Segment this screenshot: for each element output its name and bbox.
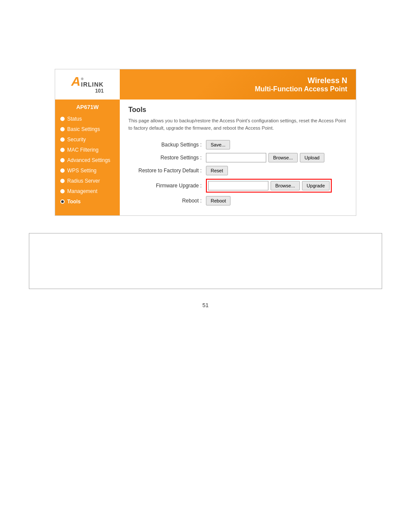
bullet-advanced-settings bbox=[60, 158, 65, 162]
factory-controls: Reset bbox=[206, 166, 228, 175]
bullet-mac-filtering bbox=[60, 148, 65, 152]
backup-label: Backup Settings : bbox=[128, 142, 206, 148]
sidebar-item-tools[interactable]: Tools bbox=[55, 196, 120, 207]
reboot-button[interactable]: Reboot bbox=[206, 196, 230, 205]
sidebar-item-radius-server[interactable]: Radius Server bbox=[55, 176, 120, 186]
firmware-highlight-box: Browse... Upgrade bbox=[206, 179, 332, 193]
header-title-line1: Wireless N bbox=[120, 76, 347, 85]
backup-controls: Save... bbox=[206, 140, 230, 149]
logo-registered: ® bbox=[81, 77, 104, 81]
router-panel: A ® IRLINK 101 Wireless N Multi-Function… bbox=[55, 69, 356, 216]
firmware-browse-button[interactable]: Browse... bbox=[271, 181, 300, 190]
reboot-row: Reboot : Reboot bbox=[128, 196, 347, 205]
firmware-label: Firmware Upgrade : bbox=[128, 183, 206, 189]
sidebar-model: AP671W bbox=[55, 102, 120, 114]
restore-input[interactable] bbox=[206, 153, 266, 162]
factory-row: Restore to Factory Default : Reset bbox=[128, 166, 347, 175]
sidebar-label-basic-settings: Basic Settings bbox=[67, 126, 100, 132]
logo-101: 101 bbox=[95, 88, 104, 94]
bullet-security bbox=[60, 137, 65, 142]
factory-label: Restore to Factory Default : bbox=[128, 168, 206, 174]
header-title-line2: Multi-Function Access Point bbox=[120, 85, 347, 93]
logo-area: A ® IRLINK 101 bbox=[55, 69, 120, 100]
sidebar-label-management: Management bbox=[67, 188, 97, 194]
sidebar-label-wps-setting: WPS Setting bbox=[67, 168, 97, 174]
bullet-basic-settings bbox=[60, 127, 65, 131]
backup-row: Backup Settings : Save... bbox=[128, 140, 347, 149]
sidebar-item-wps-setting[interactable]: WPS Setting bbox=[55, 165, 120, 176]
firmware-upgrade-button[interactable]: Upgrade bbox=[302, 181, 330, 190]
logo-a-letter: A bbox=[71, 75, 81, 88]
restore-label: Restore Settings : bbox=[128, 155, 206, 161]
backup-save-button[interactable]: Save... bbox=[206, 140, 230, 149]
page-title: Tools bbox=[128, 106, 347, 114]
router-body: AP671W Status Basic Settings Security MA… bbox=[55, 100, 356, 215]
sidebar-label-advanced-settings: Advanced Settings bbox=[67, 157, 110, 163]
factory-reset-button[interactable]: Reset bbox=[206, 166, 228, 175]
bullet-status bbox=[60, 117, 65, 121]
page-number: 51 bbox=[202, 302, 209, 308]
reboot-controls: Reboot bbox=[206, 196, 230, 205]
firmware-input[interactable] bbox=[208, 181, 268, 190]
header-title: Wireless N Multi-Function Access Point bbox=[120, 76, 356, 93]
restore-row: Restore Settings : Browse... Upload bbox=[128, 153, 347, 162]
sidebar-item-security[interactable]: Security bbox=[55, 134, 120, 145]
restore-browse-button[interactable]: Browse... bbox=[268, 153, 298, 162]
reboot-label: Reboot : bbox=[128, 198, 206, 204]
content-description: This page allows you to backup/restore t… bbox=[128, 117, 347, 131]
sidebar-label-security: Security bbox=[67, 137, 86, 143]
page-wrapper: A ® IRLINK 101 Wireless N Multi-Function… bbox=[0, 0, 411, 532]
content-area: Tools This page allows you to backup/res… bbox=[120, 100, 356, 215]
sidebar-label-radius-server: Radius Server bbox=[67, 178, 100, 184]
firmware-row: Firmware Upgrade : Browse... Upgrade bbox=[128, 179, 347, 193]
bullet-radius-server bbox=[60, 179, 65, 183]
sidebar-label-tools: Tools bbox=[67, 199, 81, 205]
logo-irlink: IRLINK bbox=[81, 81, 104, 88]
logo-text: A ® IRLINK 101 bbox=[71, 75, 103, 94]
sidebar-item-mac-filtering[interactable]: MAC Filtering bbox=[55, 145, 120, 155]
bullet-wps-setting bbox=[60, 168, 65, 173]
sidebar: AP671W Status Basic Settings Security MA… bbox=[55, 100, 120, 215]
sidebar-label-status: Status bbox=[67, 116, 82, 122]
bullet-tools bbox=[60, 199, 65, 204]
restore-controls: Browse... Upload bbox=[206, 153, 324, 162]
restore-upload-button[interactable]: Upload bbox=[300, 153, 324, 162]
sidebar-item-management[interactable]: Management bbox=[55, 186, 120, 196]
router-header: A ® IRLINK 101 Wireless N Multi-Function… bbox=[55, 69, 356, 100]
sidebar-item-basic-settings[interactable]: Basic Settings bbox=[55, 124, 120, 134]
sidebar-item-advanced-settings[interactable]: Advanced Settings bbox=[55, 155, 120, 165]
form-table: Backup Settings : Save... Restore Settin… bbox=[128, 140, 347, 205]
sidebar-label-mac-filtering: MAC Filtering bbox=[67, 147, 99, 153]
bullet-management bbox=[60, 189, 65, 193]
sidebar-item-status[interactable]: Status bbox=[55, 114, 120, 124]
bottom-textbox bbox=[29, 233, 382, 289]
